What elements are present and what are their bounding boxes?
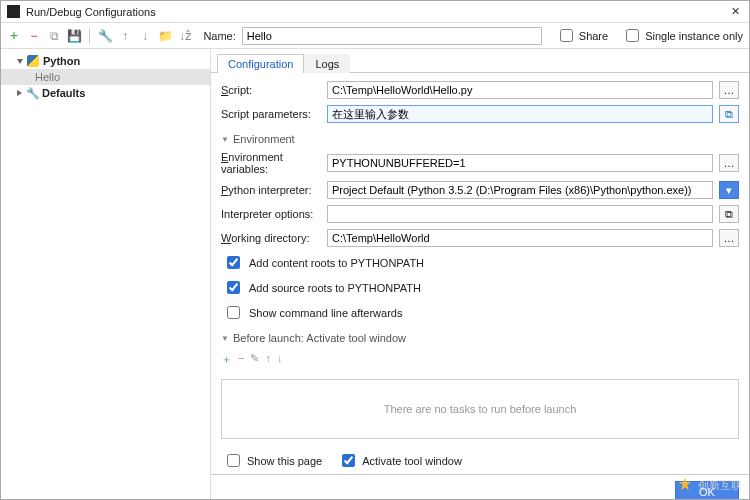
settings-icon[interactable]: 🔧: [98, 29, 112, 43]
tree-node-defaults[interactable]: 🔧 Defaults: [1, 85, 210, 101]
tab-configuration[interactable]: Configuration: [217, 54, 304, 73]
working-dir-input[interactable]: [327, 229, 713, 247]
tree-node-hello[interactable]: Hello: [1, 69, 210, 85]
before-launch-header[interactable]: Before launch: Activate tool window: [221, 332, 739, 344]
script-parameters-input[interactable]: [327, 105, 713, 123]
name-input[interactable]: [242, 27, 542, 45]
show-cmdline-checkbox[interactable]: Show command line afterwards: [221, 303, 739, 322]
folder-icon[interactable]: 📁: [158, 29, 172, 43]
script-label: SScript:cript:: [221, 84, 321, 96]
envvars-label: Environment variables:: [221, 151, 321, 175]
separator: [89, 28, 90, 44]
interp-opts-label: Interpreter options:: [221, 208, 321, 220]
tab-logs[interactable]: Logs: [304, 54, 350, 73]
before-edit-icon: ✎: [250, 352, 259, 367]
before-add-icon[interactable]: ＋: [221, 352, 232, 367]
before-down-icon: ↓: [277, 352, 283, 367]
script-input[interactable]: [327, 81, 713, 99]
ok-button[interactable]: OK: [675, 481, 739, 499]
interp-opts-expand-button[interactable]: ⧉: [719, 205, 739, 223]
env-section-header[interactable]: Environment: [221, 133, 739, 145]
source-roots-checkbox[interactable]: Add source roots to PYTHONPATH: [221, 278, 739, 297]
wrench-icon: 🔧: [26, 87, 38, 99]
single-instance-checkbox[interactable]: Single instance only: [622, 26, 743, 45]
before-remove-icon: −: [238, 352, 244, 367]
save-icon[interactable]: 💾: [67, 29, 81, 43]
env-vars-input[interactable]: [327, 154, 713, 172]
copy-icon[interactable]: ⧉: [47, 29, 61, 43]
move-up-icon[interactable]: ↑: [118, 29, 132, 43]
python-icon: [27, 55, 39, 67]
remove-icon[interactable]: −: [27, 29, 41, 43]
config-tree[interactable]: Python Hello 🔧 Defaults: [1, 49, 211, 499]
show-this-page-checkbox[interactable]: Show this page: [223, 451, 322, 470]
tree-node-python[interactable]: Python: [1, 53, 210, 69]
interpreter-select[interactable]: [327, 181, 713, 199]
close-icon[interactable]: ✕: [727, 5, 743, 18]
activate-tool-window-checkbox[interactable]: Activate tool window: [338, 451, 462, 470]
workdir-label: Working directory:: [221, 232, 321, 244]
before-launch-list: There are no tasks to run before launch: [221, 379, 739, 439]
interp-label: Python interpreter:: [221, 184, 321, 196]
app-logo-icon: [7, 5, 20, 18]
before-up-icon: ↑: [265, 352, 271, 367]
add-icon[interactable]: ＋: [7, 29, 21, 43]
window-title: Run/Debug Configurations: [26, 6, 727, 18]
sort-icon[interactable]: ↓ẑ: [178, 29, 192, 43]
share-checkbox[interactable]: Share: [556, 26, 608, 45]
params-expand-button[interactable]: ⧉: [719, 105, 739, 123]
interpreter-options-input[interactable]: [327, 205, 713, 223]
script-browse-button[interactable]: …: [719, 81, 739, 99]
working-dir-browse-button[interactable]: …: [719, 229, 739, 247]
interpreter-dropdown-button[interactable]: ▾: [719, 181, 739, 199]
content-roots-checkbox[interactable]: Add content roots to PYTHONPATH: [221, 253, 739, 272]
params-label: Script parameters:: [221, 108, 321, 120]
chevron-right-icon: [17, 90, 22, 96]
name-label: Name:: [203, 30, 235, 42]
move-down-icon[interactable]: ↓: [138, 29, 152, 43]
env-vars-button[interactable]: …: [719, 154, 739, 172]
chevron-down-icon: [17, 59, 23, 64]
